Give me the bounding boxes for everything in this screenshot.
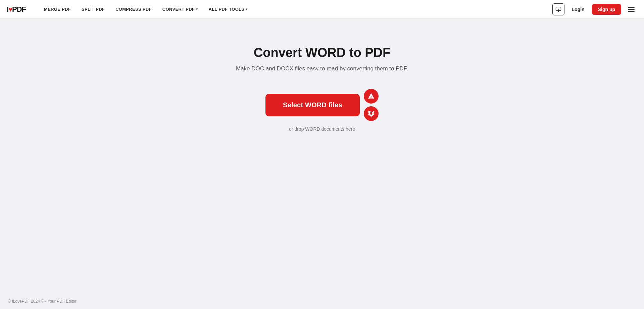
convert-pdf-chevron-icon: ▾ bbox=[196, 7, 198, 11]
upload-icon-buttons bbox=[364, 89, 379, 121]
dropbox-icon bbox=[367, 110, 375, 117]
footer-text: © iLovePDF 2024 ® - Your PDF Editor bbox=[8, 299, 77, 304]
nav-all-pdf-tools[interactable]: ALL PDF TOOLS ▾ bbox=[204, 4, 252, 14]
signup-button[interactable]: Sign up bbox=[592, 4, 621, 15]
google-drive-upload-button[interactable] bbox=[364, 89, 379, 104]
footer: © iLovePDF 2024 ® - Your PDF Editor bbox=[0, 294, 644, 309]
select-files-button[interactable]: Select WORD files bbox=[265, 94, 360, 116]
page-title: Convert WORD to PDF bbox=[254, 46, 390, 60]
all-pdf-tools-chevron-icon: ▾ bbox=[246, 7, 247, 11]
nav-compress-pdf[interactable]: COMPRESS PDF bbox=[111, 4, 156, 14]
login-button[interactable]: Login bbox=[568, 5, 588, 14]
nav-merge-pdf[interactable]: MERGE PDF bbox=[39, 4, 76, 14]
navbar-right: Login Sign up bbox=[552, 3, 637, 15]
upload-area: Select WORD files bbox=[265, 89, 379, 121]
logo-heart: ♥ bbox=[8, 6, 12, 13]
logo[interactable]: I♥PDF bbox=[7, 5, 26, 14]
page-subtitle: Make DOC and DOCX files easy to read by … bbox=[236, 65, 408, 72]
dropbox-upload-button[interactable] bbox=[364, 106, 379, 121]
google-drive-icon bbox=[367, 92, 375, 100]
main-content: Convert WORD to PDF Make DOC and DOCX fi… bbox=[0, 19, 644, 294]
hamburger-line-2 bbox=[628, 9, 635, 10]
hamburger-line-3 bbox=[628, 11, 635, 12]
hamburger-menu-button[interactable] bbox=[625, 3, 637, 15]
nav-convert-pdf[interactable]: CONVERT PDF ▾ bbox=[158, 4, 203, 14]
nav-menu: MERGE PDF SPLIT PDF COMPRESS PDF CONVERT… bbox=[39, 4, 552, 14]
navbar: I♥PDF MERGE PDF SPLIT PDF COMPRESS PDF C… bbox=[0, 0, 644, 19]
hamburger-line-1 bbox=[628, 7, 635, 8]
nav-split-pdf[interactable]: SPLIT PDF bbox=[77, 4, 109, 14]
logo-pdf: PDF bbox=[12, 5, 26, 13]
monitor-download-icon bbox=[555, 6, 561, 12]
download-app-button[interactable] bbox=[552, 3, 564, 15]
drop-text: or drop WORD documents here bbox=[289, 126, 355, 132]
